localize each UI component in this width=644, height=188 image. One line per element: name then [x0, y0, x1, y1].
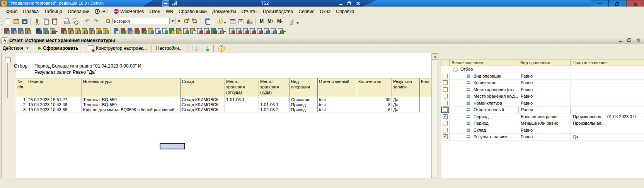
invoice-print-icon[interactable]	[127, 28, 133, 34]
comparison-cell[interactable]: Равно	[518, 127, 571, 134]
cell[interactable]: Да	[392, 102, 420, 107]
copy-button[interactable]	[41, 17, 50, 25]
cell[interactable]: test	[318, 107, 357, 112]
comparison-cell[interactable]: Равно	[518, 100, 571, 107]
help-button[interactable]: ?	[216, 44, 228, 53]
field-cell[interactable]: Склад	[450, 127, 518, 134]
coins-doc-icon[interactable]	[190, 28, 196, 34]
report-close-button[interactable]	[635, 37, 641, 42]
cell[interactable]: Склад КЛИМОВСК	[181, 107, 225, 112]
filter-row[interactable]: ✔ Период Больше или равно Произвольная..…	[441, 113, 644, 120]
cell[interactable]: test	[318, 102, 357, 107]
cell[interactable]: Кресло для мытья BQ3599 с белой раковино…	[82, 107, 181, 112]
menu-reports[interactable]: Отчеты	[239, 8, 260, 15]
cell[interactable]: 1-01-06-1	[225, 97, 259, 102]
cell[interactable]: Тележка BQ-559	[82, 102, 181, 107]
value-cell[interactable]	[571, 73, 644, 80]
col-location-from[interactable]: Место хранения (откуда)	[225, 78, 259, 97]
doc-person-icon[interactable]	[204, 28, 210, 34]
field-cell[interactable]: Номенклатура	[450, 100, 518, 107]
value-cell[interactable]	[571, 80, 644, 86]
summary-person-2-icon[interactable]	[236, 28, 242, 34]
menu-windows[interactable]: Окна	[317, 8, 333, 15]
field-cell[interactable]: Период	[450, 120, 518, 127]
menu-file[interactable]: Файл	[3, 8, 20, 15]
cell[interactable]: test	[318, 97, 357, 102]
panel-header-left-value[interactable]: Левое значение	[450, 59, 518, 66]
cell[interactable]	[225, 102, 259, 107]
field-cell[interactable]: Место хранения (куд...	[450, 93, 518, 100]
invoice-person-icon[interactable]	[113, 28, 119, 34]
comparison-cell[interactable]: Больше или равно	[518, 113, 571, 120]
goods-issue-icon[interactable]	[141, 28, 147, 34]
summary-flag-2-icon[interactable]	[257, 28, 263, 34]
summary-lines-icon[interactable]	[271, 28, 277, 34]
comparison-cell[interactable]: Равно	[518, 93, 571, 100]
cash-register-icon[interactable]	[43, 28, 49, 34]
cell[interactable]: Да	[392, 107, 420, 112]
summary-person-x-icon[interactable]	[243, 28, 249, 34]
coins-pile-icon[interactable]	[102, 28, 109, 34]
actions-menu-button[interactable]: Действия	[0, 44, 31, 53]
cell[interactable]: Тележка BQ-559	[82, 97, 181, 102]
open-button[interactable]	[12, 17, 20, 25]
memory-add-button[interactable]: M+	[266, 17, 276, 25]
redo-button[interactable]: ↷	[92, 17, 100, 25]
cell[interactable]: Списание	[290, 97, 318, 102]
toolbar-grip[interactable]	[1, 18, 2, 25]
cell[interactable]	[420, 97, 432, 102]
menu-operations[interactable]: Операции	[65, 8, 92, 15]
menu-production[interactable]: Производство	[260, 8, 296, 15]
filter-row[interactable]: Номенклатура Равно	[441, 100, 644, 107]
search-input[interactable]	[112, 18, 170, 24]
cell[interactable]	[225, 107, 259, 112]
filter-row[interactable]: Количество Равно	[441, 80, 644, 86]
open-windows-button[interactable]	[203, 17, 211, 25]
doc-percent-icon[interactable]	[197, 28, 203, 34]
memory-recall-button[interactable]: M	[257, 17, 266, 25]
coins-icon[interactable]	[82, 28, 88, 34]
rdp-pin-icon[interactable]	[162, 0, 169, 7]
comparison-cell[interactable]: Равно	[518, 107, 571, 113]
checkbox-cell[interactable]	[441, 80, 450, 86]
col-comment[interactable]: Ком	[420, 78, 432, 97]
partners-icon[interactable]	[36, 28, 42, 34]
cell[interactable]	[420, 102, 432, 107]
field-cell[interactable]: Период	[450, 113, 518, 120]
row-checkbox[interactable]	[443, 121, 448, 125]
search-dropdown-button[interactable]	[170, 18, 176, 24]
row-checkbox[interactable]: ✔	[443, 114, 448, 119]
print-form-icon[interactable]	[25, 28, 31, 34]
toolbar-grip[interactable]	[1, 27, 2, 34]
filter-group-row[interactable]: Отбор	[441, 66, 644, 73]
comparison-cell[interactable]: Равно	[518, 86, 571, 93]
checkbox-cell[interactable]: ✔	[441, 113, 450, 120]
cut-button[interactable]	[33, 17, 41, 25]
cell[interactable]: 19.04.2023 10:43:46	[27, 102, 82, 107]
search-clear-button[interactable]: ✕	[176, 18, 182, 24]
vertical-scrollbar[interactable]	[431, 53, 438, 178]
selected-cell[interactable]	[160, 143, 185, 149]
doc-check-icon[interactable]	[183, 28, 189, 34]
filter-row[interactable]: Место хранения (отк... Равно	[441, 86, 644, 93]
service-settings-button[interactable]	[288, 17, 296, 25]
col-nomenclature[interactable]: Номенклатура	[82, 78, 181, 97]
archive-icon[interactable]	[4, 28, 10, 34]
cell[interactable]	[259, 97, 290, 102]
row-checkbox[interactable]	[443, 74, 448, 78]
cell[interactable]: Склад КЛИМОВСК	[181, 97, 225, 102]
summary-check-icon[interactable]	[278, 28, 284, 34]
checkbook-icon[interactable]	[49, 28, 56, 34]
checkbox-cell[interactable]	[441, 86, 450, 93]
search-icon[interactable]	[104, 17, 112, 25]
receipt-in-icon[interactable]	[120, 28, 126, 34]
goods-receipt-icon[interactable]	[134, 28, 140, 34]
rdp-restore-button[interactable]	[347, 1, 352, 5]
filter-row[interactable]: ✔ Результат записи Равно Да	[441, 134, 644, 141]
scroll-up-button[interactable]	[432, 53, 438, 60]
find-previous-button[interactable]	[191, 17, 199, 25]
field-cell[interactable]: Вид операции	[450, 73, 518, 80]
menu-grip[interactable]	[1, 8, 2, 15]
cell[interactable]: 8	[357, 102, 392, 107]
comparison-cell[interactable]: Равно	[518, 80, 571, 86]
